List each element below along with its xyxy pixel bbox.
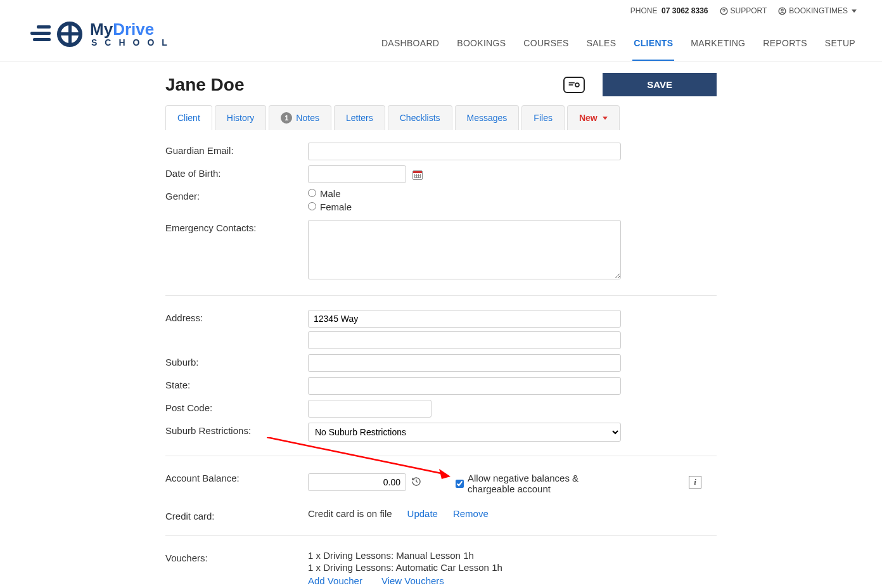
credit-card-status: Credit card is on file <box>308 508 392 519</box>
suburb-restrictions-label: Suburb Restrictions: <box>165 423 308 436</box>
guardian-email-input[interactable] <box>308 143 621 160</box>
chevron-down-icon <box>852 10 857 13</box>
view-vouchers-link[interactable]: View Vouchers <box>381 575 444 586</box>
info-icon[interactable]: i <box>689 476 701 489</box>
history-icon[interactable] <box>411 476 421 489</box>
logo[interactable]: MyDrive SCHOOL <box>25 19 175 61</box>
nav-clients[interactable]: CLIENTS <box>632 33 674 61</box>
account-menu[interactable]: BOOKINGTIMES <box>778 6 857 15</box>
nav-bookings[interactable]: BOOKINGS <box>456 33 507 61</box>
vouchers-label: Vouchers: <box>165 550 308 563</box>
gender-female-option[interactable]: Female <box>308 201 717 212</box>
nav-dashboard[interactable]: DASHBOARD <box>380 33 440 61</box>
svg-point-6 <box>575 83 579 87</box>
cc-remove-link[interactable]: Remove <box>453 508 489 519</box>
address-line2-input[interactable] <box>308 331 621 349</box>
tab-messages[interactable]: Messages <box>455 105 520 130</box>
state-input[interactable] <box>308 377 621 395</box>
nav-marketing[interactable]: MARKETING <box>689 33 746 61</box>
emergency-label: Emergency Contacts: <box>165 220 308 233</box>
support-link[interactable]: SUPPORT <box>720 6 767 15</box>
gender-label: Gender: <box>165 188 308 201</box>
id-card-icon[interactable] <box>563 77 585 93</box>
user-icon <box>778 7 786 15</box>
phone-label: PHONE <box>630 6 658 15</box>
tab-notes[interactable]: 1Notes <box>269 105 331 130</box>
help-icon <box>720 7 728 15</box>
logo-icon <box>25 19 82 49</box>
save-button[interactable]: SAVE <box>603 73 717 96</box>
gender-male-option[interactable]: Male <box>308 188 717 199</box>
postcode-label: Post Code: <box>165 400 308 413</box>
chevron-down-icon <box>603 117 608 120</box>
state-label: State: <box>165 377 308 390</box>
svg-point-1 <box>723 13 724 13</box>
address-label: Address: <box>165 310 308 323</box>
svg-point-3 <box>781 9 783 11</box>
calendar-icon[interactable] <box>412 170 423 180</box>
nav-setup[interactable]: SETUP <box>824 33 857 61</box>
voucher-line: 1 x Driving Lessons: Automatic Car Lesso… <box>308 562 717 573</box>
emergency-textarea[interactable] <box>308 220 621 279</box>
address-line1-input[interactable] <box>308 310 621 328</box>
nav-reports[interactable]: REPORTS <box>762 33 808 61</box>
suburb-input[interactable] <box>308 354 621 372</box>
account-balance-input[interactable] <box>308 473 406 491</box>
credit-card-label: Credit card: <box>165 508 308 521</box>
dob-input[interactable] <box>308 165 406 183</box>
suburb-label: Suburb: <box>165 354 308 368</box>
guardian-email-label: Guardian Email: <box>165 143 308 156</box>
add-voucher-link[interactable]: Add Voucher <box>308 575 362 586</box>
phone-number: 07 3062 8336 <box>662 6 708 15</box>
nav-courses[interactable]: COURSES <box>522 33 570 61</box>
logo-subtitle: SCHOOL <box>91 37 175 48</box>
notes-count-badge: 1 <box>281 112 292 124</box>
suburb-restrictions-select[interactable]: No Suburb Restrictions <box>308 423 621 442</box>
nav-sales[interactable]: SALES <box>585 33 618 61</box>
account-balance-label: Account Balance: <box>165 470 308 483</box>
tab-checklists[interactable]: Checklists <box>388 105 452 130</box>
tab-letters[interactable]: Letters <box>334 105 385 130</box>
tab-client[interactable]: Client <box>165 105 212 130</box>
voucher-line: 1 x Driving Lessons: Manual Lesson 1h <box>308 550 717 561</box>
allow-negative-option[interactable]: Allow negative balances & chargeable acc… <box>456 470 598 494</box>
dob-label: Date of Birth: <box>165 165 308 179</box>
main-nav: DASHBOARD BOOKINGS COURSES SALES CLIENTS… <box>380 33 857 61</box>
allow-negative-checkbox[interactable] <box>456 480 464 488</box>
tab-files[interactable]: Files <box>521 105 565 130</box>
page-title: Jane Doe <box>165 75 245 95</box>
client-tabs: Client History 1Notes Letters Checklists… <box>165 105 717 130</box>
postcode-input[interactable] <box>308 400 431 418</box>
tab-new[interactable]: New <box>567 105 620 130</box>
tab-history[interactable]: History <box>215 105 267 130</box>
cc-update-link[interactable]: Update <box>407 508 438 519</box>
